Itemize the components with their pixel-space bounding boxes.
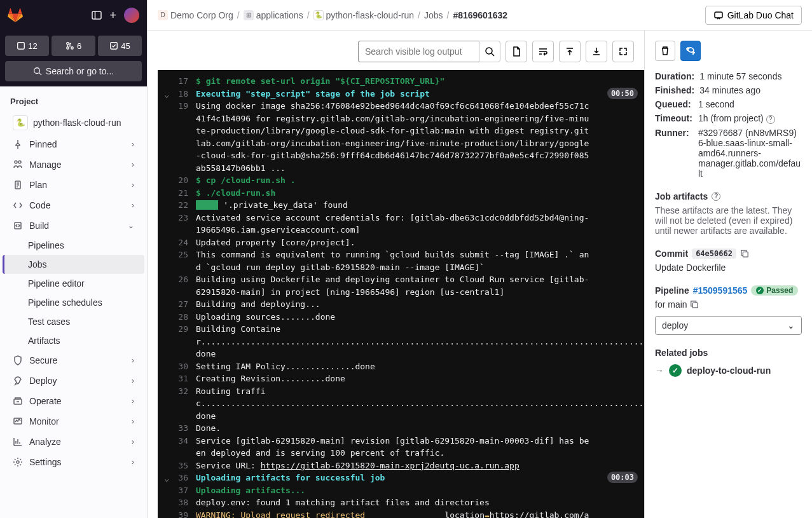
artifacts-description: These artifacts are the latest. They wil…	[655, 205, 802, 236]
log-line: 18Executing "step_script" stage of the j…	[158, 88, 644, 100]
subnav-pipeline-editor[interactable]: Pipeline editor	[3, 274, 144, 293]
log-line: 23Activated service account credentials …	[158, 212, 644, 236]
chevron-icon: ›	[132, 437, 134, 446]
project-avatar-icon: 🐍	[13, 115, 28, 130]
chevron-icon: ›	[132, 201, 134, 210]
operate-icon	[13, 396, 23, 406]
svg-point-7	[34, 68, 40, 74]
project-avatar-icon: 🐍	[313, 10, 324, 20]
log-search-submit[interactable]	[479, 41, 500, 62]
raw-log-button[interactable]	[506, 41, 527, 62]
nav-build[interactable]: Build⌄	[3, 215, 144, 236]
nav-operate[interactable]: Operate›	[3, 391, 144, 411]
todos-count-button[interactable]: 45	[98, 36, 142, 56]
pipeline-ref: for main	[655, 299, 802, 310]
runner-label: Runner:	[655, 128, 693, 138]
search-button[interactable]: Search or go to...	[5, 61, 142, 81]
retry-job-button[interactable]	[680, 41, 701, 61]
svg-rect-2	[18, 43, 25, 50]
log-line: 33Done.	[158, 422, 644, 435]
project-name: python-flask-cloud-run	[33, 118, 121, 128]
nav-pinned[interactable]: Pinned›	[3, 134, 144, 154]
chevron-icon: ›	[132, 376, 134, 385]
section-duration-badge: 00:50	[607, 88, 638, 99]
log-line: 31Creating Revision.........done	[158, 372, 644, 385]
commit-sha[interactable]: 64e50662	[692, 249, 736, 259]
pipeline-link[interactable]: #1509591565	[693, 285, 748, 296]
queued-value: 1 second	[698, 99, 802, 109]
plan-icon	[13, 180, 23, 190]
subnav-artifacts[interactable]: Artifacts	[3, 331, 144, 350]
related-job-item[interactable]: → ✓ deploy-to-cloud-run	[655, 364, 802, 377]
project-heading: Project	[0, 92, 147, 111]
runner-value: #32976687 (nN8vMRS9) 6-blue.saas-linux-s…	[698, 128, 802, 179]
group-avatar-icon: ⊞	[244, 10, 254, 20]
mr-count-button[interactable]: 6	[52, 36, 95, 56]
subnav-test-cases[interactable]: Test cases	[3, 312, 144, 331]
erase-job-button[interactable]	[655, 41, 675, 61]
crumb-org[interactable]: DDemo Corp Org	[158, 10, 233, 20]
related-jobs-title: Related jobs	[655, 348, 802, 358]
svg-rect-0	[92, 11, 101, 19]
nav-settings[interactable]: Settings›	[3, 452, 144, 472]
sidebar-toggle-icon[interactable]	[92, 10, 102, 20]
log-line: 26Building using Dockerfile and deployin…	[158, 273, 644, 298]
svg-point-17	[486, 48, 492, 54]
nav-secure[interactable]: Secure›	[3, 350, 144, 371]
log-line: 22 '.private_key_data' found	[158, 199, 644, 212]
nav-manage[interactable]: Manage›	[3, 154, 144, 175]
sidebar: + 12 6 45 Search or go to... Project 🐍 p…	[0, 0, 148, 518]
job-log-output: 17$ git remote set-url origin "${CI_REPO…	[158, 70, 644, 518]
plus-icon[interactable]: +	[109, 9, 116, 22]
crumb-project[interactable]: 🐍python-flask-cloud-run	[313, 10, 415, 20]
svg-point-9	[15, 161, 17, 163]
pipeline-title: Pipeline #1509591565 ✓Passed	[655, 285, 802, 296]
arrow-right-icon: →	[655, 365, 664, 376]
subnav-jobs[interactable]: Jobs	[3, 255, 144, 274]
help-icon[interactable]: ?	[766, 115, 775, 124]
log-line: 21$ ./cloud-run.sh	[158, 187, 644, 200]
duo-chat-button[interactable]: GitLab Duo Chat	[705, 6, 802, 25]
copy-icon[interactable]	[690, 300, 699, 309]
gitlab-logo-icon[interactable]	[8, 8, 23, 23]
wrap-lines-button[interactable]	[532, 41, 554, 62]
status-badge: ✓Passed	[751, 285, 798, 296]
log-line: 20$ cp /cloud-run.sh .	[158, 174, 644, 187]
issues-count-button[interactable]: 12	[5, 36, 49, 56]
log-line: 39WARNING: Upload request redirected loc…	[158, 509, 644, 519]
analyze-icon	[13, 437, 23, 447]
deploy-icon	[13, 376, 23, 386]
log-line: 38deploy.env: found 1 matching artifact …	[158, 496, 644, 509]
scroll-bottom-button[interactable]	[586, 41, 607, 62]
fullscreen-button[interactable]	[612, 41, 634, 62]
build-icon	[13, 221, 23, 231]
crumb-group[interactable]: ⊞applications	[244, 10, 303, 20]
user-avatar[interactable]	[124, 8, 139, 23]
chevron-right-icon: ›	[132, 140, 134, 149]
log-line: 35Service URL: https://gitlab-62915820-m…	[158, 460, 644, 472]
log-line: 25This command is equivalent to running …	[158, 249, 644, 273]
timeout-label: Timeout:	[655, 113, 693, 123]
help-icon[interactable]: ?	[712, 192, 720, 201]
scroll-top-button[interactable]	[559, 41, 581, 62]
sidebar-top: +	[0, 0, 147, 31]
project-context[interactable]: 🐍 python-flask-cloud-run	[3, 111, 144, 134]
subnav-pipeline-schedules[interactable]: Pipeline schedules	[3, 293, 144, 312]
chevron-icon: ›	[132, 356, 134, 365]
commit-title: Commit 64e50662	[655, 249, 802, 259]
nav-monitor[interactable]: Monitor›	[3, 411, 144, 432]
topbar: DDemo Corp Org/ ⊞applications/ 🐍python-f…	[148, 0, 812, 31]
stage-dropdown[interactable]: deploy⌄	[655, 316, 802, 335]
nav-plan[interactable]: Plan›	[3, 175, 144, 195]
nav-deploy[interactable]: Deploy›	[3, 371, 144, 391]
log-search-input[interactable]	[358, 41, 479, 62]
log-line: 17$ git remote set-url origin "${CI_REPO…	[158, 75, 644, 88]
nav-analyze[interactable]: Analyze›	[3, 432, 144, 452]
log-line: 19Using docker image sha256:476084e92bee…	[158, 100, 644, 174]
subnav-pipelines[interactable]: Pipelines	[3, 236, 144, 255]
svg-point-3	[67, 43, 69, 45]
copy-icon[interactable]	[740, 249, 749, 258]
log-line: 24Updated property [core/project].	[158, 236, 644, 249]
nav-code[interactable]: Code›	[3, 195, 144, 215]
crumb-section[interactable]: Jobs	[424, 10, 443, 20]
